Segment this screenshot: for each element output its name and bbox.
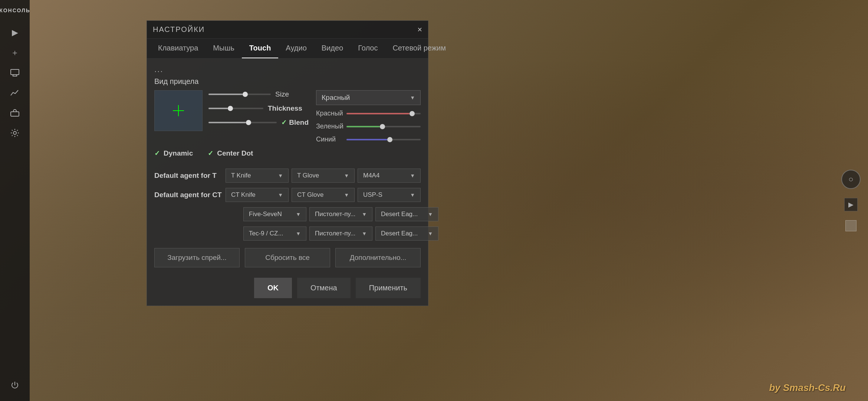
t-glove-dropdown[interactable]: T Glove ▼ bbox=[292, 169, 355, 183]
thickness-label: Thickness bbox=[268, 104, 309, 113]
green-fill bbox=[346, 126, 380, 127]
t-knife-chevron: ▼ bbox=[278, 173, 283, 179]
power-icon[interactable] bbox=[7, 377, 23, 394]
size-thumb[interactable] bbox=[243, 92, 248, 97]
ct-glove-value: CT Glove bbox=[297, 191, 324, 199]
right-controls: ○ ▶ bbox=[841, 170, 864, 231]
desert-eagle-2-value: Desert Eag... bbox=[381, 230, 418, 237]
center-dot-label: Center Dot bbox=[217, 149, 253, 157]
usp-s-dropdown[interactable]: USP-S ▼ bbox=[358, 188, 421, 202]
center-dot-checkbox-row: ✓ Center Dot bbox=[208, 149, 253, 157]
svg-rect-0 bbox=[11, 69, 19, 75]
blend-thumb[interactable] bbox=[246, 120, 251, 125]
tab-network[interactable]: Сетевой режим bbox=[385, 39, 453, 58]
blend-fill bbox=[208, 122, 246, 123]
square-control[interactable] bbox=[845, 220, 857, 231]
bottom-buttons: Загрузить спрей... Сбросить все Дополнит… bbox=[154, 248, 421, 267]
agent-t-row: Default agent for T T Knife ▼ T Glove ▼ … bbox=[154, 169, 421, 183]
pistol-pu-2-chevron: ▼ bbox=[362, 231, 367, 237]
cancel-button[interactable]: Отмена bbox=[297, 278, 351, 298]
color-dropdown-value: Красный bbox=[322, 94, 350, 102]
desert-eagle-2-chevron: ▼ bbox=[428, 231, 433, 237]
apply-button[interactable]: Применить bbox=[356, 278, 421, 298]
size-fill bbox=[208, 94, 243, 95]
triangle-control[interactable]: ▶ bbox=[844, 198, 858, 211]
tec9-dropdown[interactable]: Tec-9 / CZ... ▼ bbox=[243, 226, 306, 241]
pistol-pu-1-chevron: ▼ bbox=[362, 211, 367, 217]
dynamic-checkbox-row: ✓ Dynamic bbox=[154, 149, 193, 157]
background-scene bbox=[0, 0, 868, 401]
desert-eagle-1-dropdown[interactable]: Desert Eag... ▼ bbox=[375, 207, 438, 221]
blue-slider-row: Синий bbox=[316, 136, 421, 143]
blue-thumb[interactable] bbox=[387, 137, 392, 142]
desert-eagle-1-chevron: ▼ bbox=[428, 211, 433, 217]
color-sliders: Красный Зеленый bbox=[316, 110, 421, 143]
add-icon[interactable]: ＋ bbox=[7, 45, 23, 61]
blend-track bbox=[208, 122, 277, 123]
circle-control[interactable]: ○ bbox=[841, 170, 861, 189]
crosshair-section-label: Вид прицела bbox=[154, 77, 421, 86]
tv-icon[interactable] bbox=[7, 65, 23, 81]
red-thumb[interactable] bbox=[410, 111, 415, 116]
five-seven-row: Five-SeveN ▼ Пистолет-пу... ▼ Desert Eag… bbox=[154, 207, 421, 221]
five-seven-dropdown[interactable]: Five-SeveN ▼ bbox=[243, 207, 306, 221]
green-label: Зеленый bbox=[316, 123, 342, 130]
agent-ct-label: Default agent for CT bbox=[154, 191, 226, 199]
action-buttons-row: OK Отмена Применить bbox=[147, 278, 428, 298]
green-slider-row: Зеленый bbox=[316, 123, 421, 130]
color-dropdown[interactable]: Красный ▼ bbox=[316, 90, 421, 105]
green-thumb[interactable] bbox=[380, 124, 385, 129]
pistol-pu-2-dropdown[interactable]: Пистолет-пу... ▼ bbox=[309, 226, 372, 241]
settings-icon[interactable] bbox=[7, 125, 23, 141]
tab-keyboard[interactable]: Клавиатура bbox=[151, 39, 206, 58]
play-icon[interactable]: ▶ bbox=[7, 25, 23, 41]
blue-label: Синий bbox=[316, 136, 342, 143]
tab-touch[interactable]: Touch bbox=[242, 39, 279, 58]
advanced-button[interactable]: Дополнительно... bbox=[335, 248, 421, 267]
five-seven-value: Five-SeveN bbox=[249, 211, 282, 218]
red-track bbox=[346, 113, 421, 114]
close-button[interactable]: × bbox=[417, 26, 422, 34]
red-slider-row: Красный bbox=[316, 110, 421, 117]
size-track bbox=[208, 94, 271, 95]
usp-s-value: USP-S bbox=[363, 191, 382, 199]
thickness-track bbox=[208, 108, 263, 109]
ct-glove-dropdown[interactable]: CT Glove ▼ bbox=[292, 188, 355, 202]
thickness-thumb[interactable] bbox=[228, 106, 233, 111]
dynamic-check-icon[interactable]: ✓ bbox=[154, 149, 160, 157]
t-knife-value: T Knife bbox=[231, 172, 251, 179]
pistol-pu-2-value: Пистолет-пу... bbox=[315, 230, 355, 237]
briefcase-icon[interactable] bbox=[7, 105, 23, 121]
color-section: Красный ▼ Красный Зеленый bbox=[316, 90, 421, 143]
t-knife-dropdown[interactable]: T Knife ▼ bbox=[226, 169, 289, 183]
svg-point-5 bbox=[13, 131, 16, 134]
tab-voice[interactable]: Голос bbox=[351, 39, 385, 58]
red-label: Красный bbox=[316, 110, 342, 117]
m4a4-value: M4A4 bbox=[363, 172, 379, 179]
m4a4-dropdown[interactable]: M4A4 ▼ bbox=[358, 169, 421, 183]
watermark: by Smash-Cs.Ru bbox=[769, 382, 846, 394]
blend-label: Blend bbox=[289, 118, 309, 127]
chart-icon[interactable] bbox=[7, 85, 23, 101]
more-dots[interactable]: ... bbox=[154, 65, 421, 74]
dialog-header: НАСТРОЙКИ × bbox=[147, 21, 428, 39]
load-spray-button[interactable]: Загрузить спрей... bbox=[154, 248, 240, 267]
thickness-fill bbox=[208, 108, 228, 109]
pistol-pu-1-dropdown[interactable]: Пистолет-пу... ▼ bbox=[309, 207, 372, 221]
tab-mouse[interactable]: Мышь bbox=[206, 39, 242, 58]
svg-rect-4 bbox=[11, 112, 19, 116]
blend-check-icon[interactable]: ✓ bbox=[281, 118, 287, 127]
center-dot-check-icon[interactable]: ✓ bbox=[208, 149, 213, 157]
ct-knife-value: CT Knife bbox=[231, 191, 256, 199]
tabs-bar: Клавиатура Мышь Touch Аудио Видео Голос … bbox=[147, 39, 428, 59]
reset-all-button[interactable]: Сбросить все bbox=[245, 248, 330, 267]
ok-button[interactable]: OK bbox=[254, 278, 292, 298]
tab-video[interactable]: Видео bbox=[314, 39, 351, 58]
blend-slider-row: ✓ Blend bbox=[208, 118, 309, 127]
tab-audio[interactable]: Аудио bbox=[278, 39, 314, 58]
tec9-row: Tec-9 / CZ... ▼ Пистолет-пу... ▼ Desert … bbox=[154, 226, 421, 241]
ct-knife-chevron: ▼ bbox=[278, 192, 283, 198]
desert-eagle-2-dropdown[interactable]: Desert Eag... ▼ bbox=[375, 226, 438, 241]
ct-knife-dropdown[interactable]: CT Knife ▼ bbox=[226, 188, 289, 202]
green-track bbox=[346, 126, 421, 127]
